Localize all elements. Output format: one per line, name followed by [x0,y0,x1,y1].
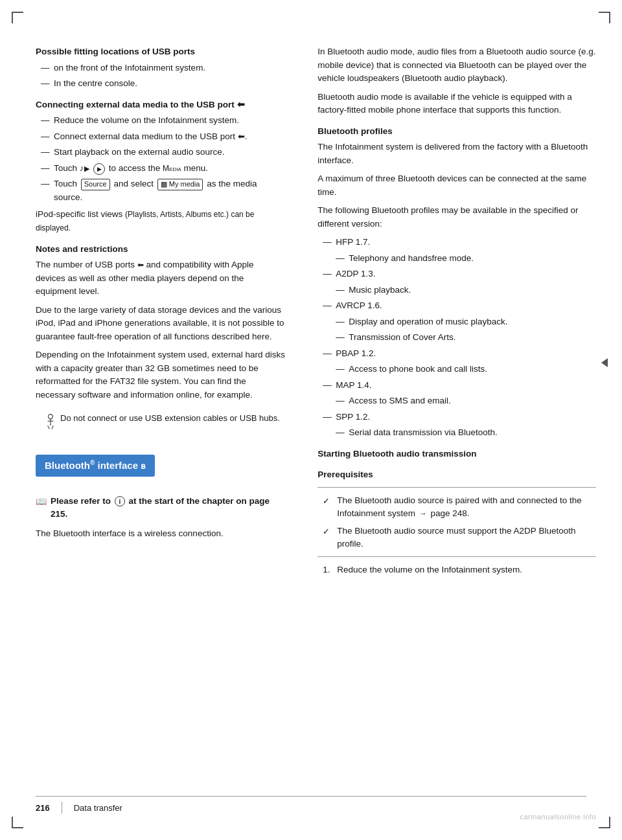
page-number: 216 [36,802,50,815]
profile-name: SPP 1.2. [336,411,370,424]
circle-i-icon: i [115,496,125,506]
touch-media-item: — Touch ♪▶ ▶ to access the Media menu. [36,162,285,176]
content-area: Possible fitting locations of USB ports … [0,26,622,796]
profile-sub-item: — Access to SMS and email. [317,394,596,408]
info-person-icon [43,413,58,431]
svg-line-3 [48,426,50,429]
prereq-text-2: The Bluetooth audio source must support … [337,525,596,551]
play-icon: ▶ [93,163,105,175]
my-media-button: ▩ My media [157,179,203,190]
list-item: — Reduce the volume on the Infotainment … [36,114,285,128]
watermark: carmanualsonline.info [520,812,596,823]
registered-mark: ® [90,459,95,466]
corner-mark-br [599,817,610,828]
music-icon: ♪ [80,163,84,173]
profile-sub-item: — Access to phone book and call lists. [317,363,596,376]
touch-media-text: Touch ♪▶ ▶ to access the Media menu. [54,162,208,176]
profile-sub-text: Access to phone book and call lists. [349,363,487,376]
note-box: Do not connect or use USB extension cabl… [36,412,285,431]
bluetooth-section-header: Bluetooth® interface ʙ [36,455,155,477]
profile-item: — HFP 1.7. [317,236,596,249]
list-item: — on the front of the Infotainment syste… [36,62,285,75]
dash-icon: — [336,426,346,440]
prereq-text-1: The Bluetooth audio source is paired wit… [337,494,596,521]
arrow-icon: → [419,509,427,518]
dash-icon: — [336,315,346,329]
item-text: on the front of the Infotainment system. [54,62,205,75]
footer-section: Data transfer [74,802,122,815]
profile-item: — A2DP 1.3. [317,267,596,281]
dash-icon: — [323,267,333,281]
footer-divider [62,802,62,813]
step-number: 1. [323,563,337,576]
svg-line-4 [52,426,54,429]
corner-mark-tr [599,12,610,23]
profile-sub-text: Display and operation of music playback. [349,315,507,329]
profile-sub-text: Access to SMS and email. [349,394,451,408]
item-text: Start playback on the external audio sou… [54,146,224,159]
dash-icon: — [336,331,346,345]
profile-sub-text: Telephony and handsfree mode. [349,252,474,266]
dash-icon: — [336,394,346,408]
dash-icon: — [41,146,51,159]
item-text: Reduce the volume on the Infotainment sy… [54,114,239,128]
right-p2: Bluetooth audio mode is available if the… [317,91,596,117]
dash-icon: — [323,347,333,361]
profile-name: A2DP 1.3. [336,267,375,281]
item-text: In the centre console. [54,77,137,91]
profile-sub-text: Music playback. [349,284,411,297]
note-icon [41,412,60,431]
dash-icon: — [41,62,51,75]
footer: 216 Data transfer [36,796,586,815]
list-item: — In the centre console. [36,77,285,91]
profile-sub-item: — Telephony and handsfree mode. [317,252,596,266]
list-item: — Start playback on the external audio s… [36,146,285,159]
source-button: Source [81,179,110,190]
corner-mark-tl [12,12,23,23]
check-icon: ✓ [323,525,334,538]
section3-heading: Notes and restrictions [36,243,285,256]
profile-sub-item: — Display and operation of music playbac… [317,315,596,329]
ipod-text: iPod-specific list views (Playlists, Art… [36,208,285,234]
prereq-heading: Prerequisites [317,468,596,482]
dash-icon: — [41,162,51,176]
section1-heading: Possible fitting locations of USB ports [36,45,285,59]
prereq-item-1: ✓ The Bluetooth audio source is paired w… [317,494,596,521]
dash-icon: — [41,114,51,128]
touch-source-item: — Touch Source and select ▩ My media as … [36,177,285,204]
prereq-divider-top [317,487,596,488]
dash-icon: — [41,177,51,204]
dash-icon: — [323,379,333,392]
audio-heading: Starting Bluetooth audio transmission [317,448,596,461]
right-column: In Bluetooth audio mode, audio files fro… [305,45,596,783]
section2-heading: Connecting external data media to the US… [36,98,285,112]
dash-icon: — [323,236,333,249]
profiles-p2: A maximum of three Bluetooth devices can… [317,172,596,199]
corner-mark-bl [12,817,23,828]
profiles-p3: The following Bluetooth profiles may be … [317,204,596,231]
profiles-p1: The Infotainment system is delivered fro… [317,141,596,167]
dash-icon: — [336,284,346,297]
ipod-list-items: (Playlists, Artists, Albums etc.) can be… [36,210,254,233]
profile-name: AVRCP 1.6. [336,299,382,313]
note-text: Do not connect or use USB extension cabl… [60,412,280,425]
svg-point-0 [49,414,53,419]
dash-icon: — [336,252,346,266]
dash-icon: — [323,299,333,313]
profile-sub-item: — Transmission of Cover Arts. [317,331,596,345]
prereq-divider-bottom [317,556,596,557]
refer-line: 📖 Please refer to i at the start of the … [36,495,285,521]
dash-icon: — [323,411,333,424]
usb-symbol: ⬅ [235,100,245,109]
profiles-heading: Bluetooth profiles [317,125,596,139]
profile-item: — AVRCP 1.6. [317,299,596,313]
section3-p1: The number of USB ports ⬅ and compatibil… [36,258,285,299]
profile-name: MAP 1.4. [336,379,371,392]
item-text: Connect external data medium to the USB … [54,130,247,144]
bluetooth-section-header-container: Bluetooth® interface ʙ [36,443,285,486]
profile-item: — SPP 1.2. [317,411,596,424]
section3-p3: Depending on the Infotainment system use… [36,348,285,402]
refer-text: Please refer to i at the start of the ch… [51,495,285,521]
prereq-item-2: ✓ The Bluetooth audio source must suppor… [317,525,596,551]
page: Possible fitting locations of USB ports … [0,0,622,840]
